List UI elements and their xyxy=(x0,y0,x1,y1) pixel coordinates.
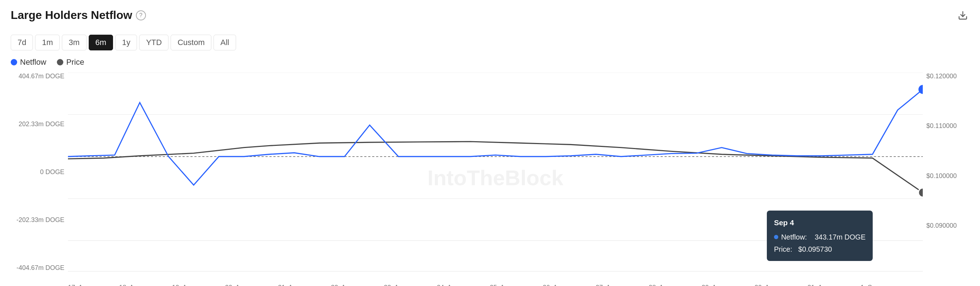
x-label-11: 28. Aug xyxy=(649,284,671,286)
y-right-label-3: $0.100000 xyxy=(923,172,969,180)
filter-all[interactable]: All xyxy=(213,35,236,51)
legend-price-dot xyxy=(57,59,63,65)
legend-netflow: Netflow xyxy=(11,57,46,67)
y-right-label-top: $0.120000 xyxy=(923,73,969,80)
y-label-2: 202.33m DOGE xyxy=(11,121,68,128)
y-label-top: 404.67m DOGE xyxy=(11,73,68,80)
y-axis-left: 404.67m DOGE 202.33m DOGE 0 DOGE -202.33… xyxy=(11,73,68,283)
x-label-7: 24. Aug xyxy=(437,284,458,286)
x-label-1: 18. Aug xyxy=(119,284,141,286)
y-label-bot: -404.67m DOGE xyxy=(11,264,68,272)
x-label-14: 31. Aug xyxy=(808,284,829,286)
legend-price-label: Price xyxy=(66,57,84,67)
x-label-15: 1. Sep xyxy=(861,284,879,286)
x-label-8: 25. Aug xyxy=(490,284,511,286)
filter-custom[interactable]: Custom xyxy=(170,35,212,51)
x-axis-labels: 17. A... 18. Aug 19. Aug 20. Aug 21. Aug… xyxy=(68,283,923,286)
x-label-3: 20. Aug xyxy=(225,284,247,286)
y-right-label-4: $0.090000 xyxy=(923,222,969,229)
header-row: Large Holders Netflow ? xyxy=(11,9,969,22)
filter-3m[interactable]: 3m xyxy=(62,35,87,51)
filter-7d[interactable]: 7d xyxy=(11,35,33,51)
help-icon[interactable]: ? xyxy=(136,10,146,21)
legend-netflow-dot xyxy=(11,59,17,65)
x-label-16: ...ep xyxy=(910,284,923,286)
price-line xyxy=(68,141,923,193)
x-label-10: 27. Aug xyxy=(596,284,618,286)
y-label-neg2: -202.33m DOGE xyxy=(11,216,68,224)
x-label-9: 26. Aug xyxy=(543,284,565,286)
x-label-0: 17. A... xyxy=(68,284,88,286)
y-axis-right: $0.120000 $0.110000 $0.100000 $0.090000 xyxy=(923,73,969,283)
x-label-6: 23. Aug xyxy=(384,284,406,286)
x-label-13: 30. Aug xyxy=(755,284,776,286)
download-button[interactable] xyxy=(956,9,969,22)
x-label-5: 22. Aug xyxy=(331,284,353,286)
x-label-4: 21. Aug xyxy=(278,284,300,286)
filter-6m[interactable]: 6m xyxy=(89,35,113,51)
title-group: Large Holders Netflow ? xyxy=(11,9,146,22)
netflow-line xyxy=(68,89,923,185)
x-label-12: 29. Aug xyxy=(702,284,724,286)
chart-title: Large Holders Netflow xyxy=(11,9,132,22)
price-end-dot xyxy=(918,188,923,197)
y-right-label-2: $0.110000 xyxy=(923,122,969,130)
legend-price: Price xyxy=(57,57,84,67)
chart-area: 404.67m DOGE 202.33m DOGE 0 DOGE -202.33… xyxy=(11,73,969,283)
legend-netflow-label: Netflow xyxy=(20,57,46,67)
chart-svg-area: IntoTheBlock xyxy=(68,73,923,283)
x-label-2: 19. Aug xyxy=(172,284,194,286)
filter-ytd[interactable]: YTD xyxy=(139,35,169,51)
filter-1y[interactable]: 1y xyxy=(115,35,137,51)
legend-row: Netflow Price xyxy=(11,57,969,67)
chart-container: Large Holders Netflow ? 7d 1m 3m 6m 1y Y… xyxy=(0,0,980,286)
y-label-zero: 0 DOGE xyxy=(11,168,68,176)
time-filters: 7d 1m 3m 6m 1y YTD Custom All xyxy=(11,35,969,51)
filter-1m[interactable]: 1m xyxy=(35,35,60,51)
